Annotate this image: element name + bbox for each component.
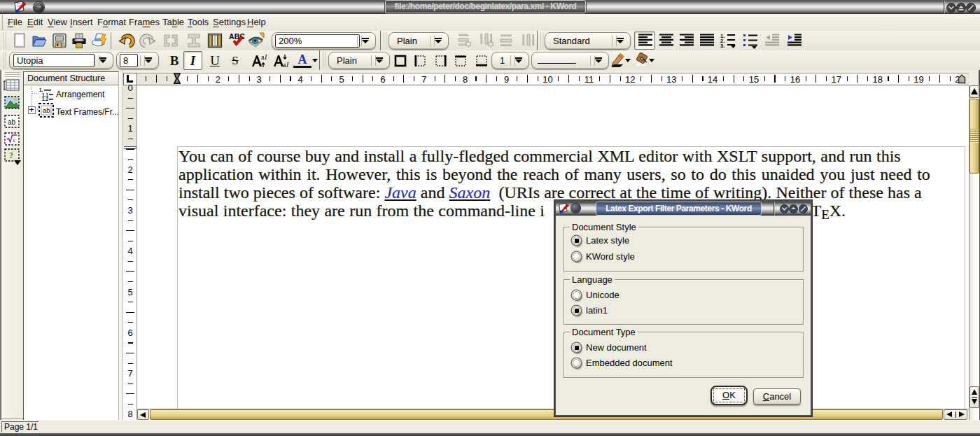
svg-text:I: I — [264, 53, 267, 61]
svg-text:ab: ab — [43, 106, 50, 114]
svg-text:ab: ab — [8, 118, 16, 126]
svg-text:?: ? — [9, 150, 13, 160]
svg-text:3.: 3. — [720, 43, 724, 49]
svg-text:x: x — [12, 137, 15, 143]
svg-text:ABC: ABC — [229, 32, 245, 41]
svg-text:I: I — [286, 61, 289, 69]
svg-text:1.2: 1.2 — [42, 97, 48, 101]
